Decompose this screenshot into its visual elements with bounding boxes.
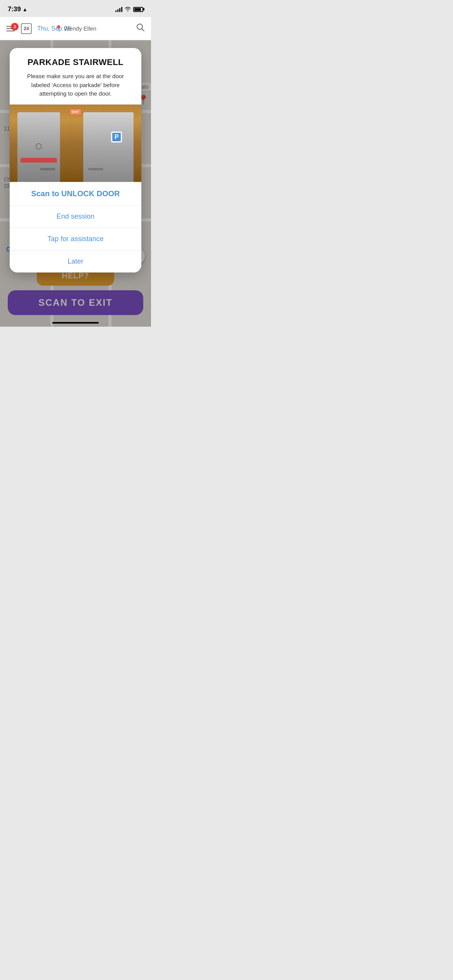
scan-unlock-button[interactable]: Scan to UNLOCK DOOR bbox=[10, 182, 141, 205]
notification-menu-button[interactable]: 3 bbox=[6, 26, 15, 31]
battery-icon bbox=[133, 7, 143, 12]
parking-sign: P bbox=[111, 132, 122, 142]
exit-sign: EXIT bbox=[69, 108, 82, 115]
app-header: 3 24 Thu, Sep 29 📍 Wendy Ellen bbox=[0, 17, 151, 40]
search-button[interactable] bbox=[136, 23, 145, 34]
signal-bars-icon bbox=[115, 7, 122, 12]
modal-door-image: P EXIT bbox=[10, 105, 141, 182]
modal-header: PARKADE STAIRWELL Please make sure you a… bbox=[10, 48, 141, 105]
modal-menu: Scan to UNLOCK DOOR End session Tap for … bbox=[10, 182, 141, 272]
location-name: Wendy Ellen bbox=[64, 25, 96, 32]
modal-card: PARKADE STAIRWELL Please make sure you a… bbox=[10, 48, 141, 272]
door-circle-handle bbox=[36, 143, 42, 149]
modal-subtitle: Please make sure you are at the door lab… bbox=[19, 72, 132, 98]
location-display: 📍 Wendy Ellen bbox=[55, 25, 96, 32]
door-left bbox=[17, 112, 60, 182]
location-pin-icon: 📍 bbox=[55, 25, 62, 32]
door-left-handle bbox=[40, 168, 55, 170]
door-right: P bbox=[83, 112, 134, 182]
calendar-icon: 24 bbox=[21, 23, 32, 34]
door-scene: P EXIT bbox=[10, 105, 141, 182]
wifi-icon bbox=[125, 7, 131, 12]
svg-line-1 bbox=[142, 29, 144, 31]
emergency-bar bbox=[21, 158, 57, 163]
status-icons bbox=[115, 7, 143, 12]
later-button[interactable]: Later bbox=[10, 250, 141, 272]
notification-badge: 3 bbox=[11, 23, 19, 31]
navigation-arrow-icon: ▲ bbox=[22, 7, 27, 12]
status-bar: 7:39 ▲ bbox=[0, 0, 151, 15]
home-indicator bbox=[52, 322, 99, 324]
status-time: 7:39 ▲ bbox=[8, 5, 27, 13]
tap-assistance-button[interactable]: Tap for assistance bbox=[10, 228, 141, 250]
end-session-button[interactable]: End session bbox=[10, 205, 141, 228]
modal-overlay: PARKADE STAIRWELL Please make sure you a… bbox=[0, 40, 151, 327]
modal-title: PARKADE STAIRWELL bbox=[19, 57, 132, 67]
door-right-handle bbox=[88, 168, 103, 170]
